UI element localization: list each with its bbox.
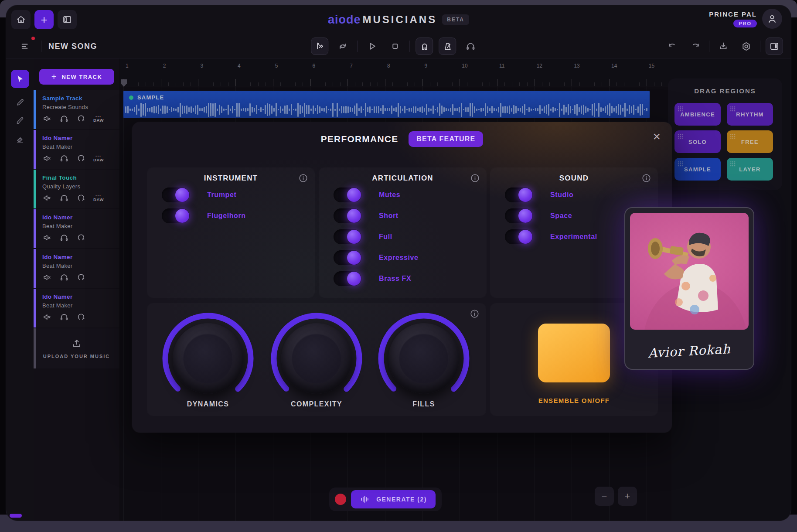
- track-row[interactable]: Final TouchQuality Layers•••DAW: [34, 170, 119, 208]
- knob-label: COMPLEXITY: [269, 400, 364, 408]
- region-label: SAMPLE: [137, 94, 164, 101]
- toggle-experimental[interactable]: [505, 229, 533, 244]
- toggle-brass-fx[interactable]: [334, 271, 361, 286]
- new-project-button[interactable]: +: [34, 10, 54, 29]
- drag-region-sample[interactable]: SAMPLE: [674, 158, 721, 181]
- mute-button[interactable]: [42, 312, 52, 322]
- undo-button[interactable]: [664, 38, 681, 55]
- mute-button[interactable]: [42, 233, 52, 242]
- track-color-stripe: [34, 289, 36, 327]
- artist-card[interactable]: Avior Rokah: [624, 207, 754, 370]
- toggle-trumpet[interactable]: [162, 188, 190, 202]
- eraser-tool-button[interactable]: [11, 130, 29, 148]
- ruler-tick-minor: [183, 82, 184, 86]
- knob-complexity[interactable]: [269, 311, 364, 406]
- mute-button[interactable]: [42, 114, 52, 123]
- track-title: Ido Namer: [42, 214, 73, 221]
- drag-region-rhythm[interactable]: RHYTHM: [727, 103, 773, 126]
- ruler-tick-minor: [146, 82, 146, 86]
- close-icon[interactable]: ×: [653, 130, 661, 143]
- info-icon[interactable]: [470, 173, 480, 183]
- volume-dial-button[interactable]: [76, 233, 86, 242]
- option-label: Studio: [550, 191, 573, 199]
- follow-playhead-button[interactable]: [311, 38, 328, 55]
- zoom-out-button[interactable]: −: [595, 487, 614, 506]
- volume-dial-button[interactable]: [76, 273, 86, 282]
- toggle-full[interactable]: [334, 229, 361, 244]
- toggle-flugelhorn[interactable]: [162, 208, 190, 223]
- track-row[interactable]: Ido NamerBeat Maker•••DAW: [34, 289, 119, 327]
- track-row[interactable]: Ido NamerBeat Maker•••DAW: [34, 130, 119, 169]
- ruler-tick-minor: [303, 82, 303, 86]
- upload-music-button[interactable]: UPLOAD YOUR MUSIC: [34, 328, 119, 368]
- avatar[interactable]: [762, 9, 782, 29]
- toggle-studio[interactable]: [505, 188, 533, 202]
- solo-listen-button[interactable]: [59, 273, 69, 282]
- sample-region[interactable]: SAMPLE: [123, 91, 650, 118]
- daw-button[interactable]: •••DAW: [93, 194, 104, 202]
- daw-button[interactable]: •••DAW: [93, 154, 104, 162]
- record-button[interactable]: [335, 494, 346, 505]
- settings-button[interactable]: [737, 38, 755, 55]
- new-track-button[interactable]: + NEW TRACK: [39, 69, 114, 85]
- download-button[interactable]: [715, 38, 732, 55]
- toggle-space[interactable]: [505, 208, 533, 223]
- track-row[interactable]: Sample TrackRecreate Sounds•••DAW: [34, 90, 119, 129]
- snap-magnet-button[interactable]: [416, 38, 433, 55]
- pointer-tool-button[interactable]: [11, 70, 29, 88]
- info-icon[interactable]: [470, 309, 480, 319]
- toggle-short[interactable]: [334, 208, 361, 223]
- horizontal-scrollbar-thumb[interactable]: [10, 514, 22, 518]
- solo-listen-button[interactable]: [59, 153, 69, 163]
- solo-listen-button[interactable]: [59, 114, 69, 123]
- timeline-ruler[interactable]: 123456789101112131415: [120, 58, 671, 86]
- drag-region-layer[interactable]: LAYER: [727, 158, 773, 181]
- metronome-button[interactable]: [439, 38, 456, 55]
- track-panel: + NEW TRACK Sample TrackRecreate Sounds•…: [34, 58, 120, 521]
- home-button[interactable]: [11, 10, 31, 29]
- knob-fills[interactable]: [377, 311, 471, 406]
- brush-tool-button[interactable]: [11, 112, 29, 130]
- mute-button[interactable]: [42, 273, 52, 282]
- stop-button[interactable]: [386, 38, 404, 55]
- drag-region-solo[interactable]: SOLO: [674, 130, 721, 153]
- right-panel-toggle-button[interactable]: [766, 38, 783, 55]
- song-menu-button[interactable]: [17, 38, 34, 55]
- toggle-mutes[interactable]: [334, 188, 361, 202]
- bar-number: 10: [462, 63, 467, 69]
- volume-dial-button[interactable]: [76, 312, 86, 322]
- knob-dynamics[interactable]: [161, 311, 255, 406]
- solo-listen-button[interactable]: [59, 312, 69, 322]
- volume-dial-button[interactable]: [76, 114, 86, 123]
- generate-button[interactable]: GENERATE (2): [351, 490, 436, 508]
- left-panel-toggle-button[interactable]: [58, 10, 77, 29]
- loop-button[interactable]: [334, 38, 351, 55]
- daw-button[interactable]: •••DAW: [93, 115, 104, 123]
- mute-button[interactable]: [42, 153, 52, 163]
- ruler-tick-major: [385, 79, 385, 86]
- info-icon[interactable]: [298, 173, 308, 183]
- knob-cap: [388, 323, 459, 394]
- ensemble-toggle-button[interactable]: [538, 324, 610, 382]
- ruler-tick-minor: [266, 82, 266, 86]
- drag-region-free[interactable]: FREE: [727, 130, 773, 153]
- zoom-in-button[interactable]: +: [618, 487, 637, 506]
- ruler-tick-major: [535, 79, 535, 86]
- monitor-headphones-button[interactable]: [462, 38, 479, 55]
- mute-button[interactable]: [42, 193, 52, 203]
- volume-dial-button[interactable]: [76, 153, 86, 163]
- solo-listen-button[interactable]: [59, 233, 69, 242]
- drag-region-ambience[interactable]: AMBIENCE: [674, 103, 721, 126]
- track-row[interactable]: Ido NamerBeat Maker•••DAW: [34, 209, 119, 248]
- toggle-expressive[interactable]: [334, 250, 361, 265]
- redo-button[interactable]: [686, 38, 704, 55]
- info-icon[interactable]: [641, 173, 651, 183]
- pencil-tool-button[interactable]: [11, 93, 29, 112]
- knob-label: DYNAMICS: [161, 400, 255, 408]
- volume-dial-button[interactable]: [76, 193, 86, 203]
- play-button[interactable]: [363, 38, 381, 55]
- solo-listen-button[interactable]: [59, 193, 69, 203]
- ruler-tick-major: [347, 79, 348, 86]
- track-row[interactable]: Ido NamerBeat Maker•••DAW: [34, 249, 119, 288]
- ruler-tick-minor: [639, 82, 640, 86]
